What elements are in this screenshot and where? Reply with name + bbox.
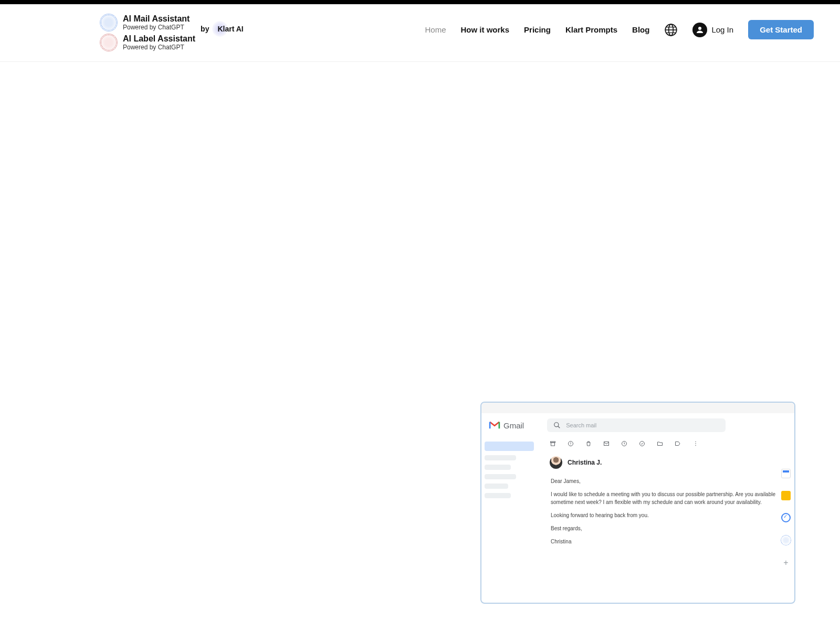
gmail-right-rail: + [781,469,791,568]
more-icon[interactable] [692,440,699,447]
sidebar-item-placeholder[interactable] [485,455,516,460]
gmail-window-bar [481,403,794,413]
login-label: Log In [711,25,733,34]
by-klart-brand[interactable]: by Klart AI [201,21,244,37]
svg-point-18 [695,445,696,446]
label-icon[interactable] [675,440,681,447]
sidebar-item-placeholder[interactable] [485,484,508,489]
mail-assistant-sub: Powered by ChatGPT [123,24,190,31]
nav-how-it-works[interactable]: How it works [461,25,510,34]
gmail-sidebar [481,437,534,601]
label-assistant-sub: Powered by ChatGPT [123,44,195,51]
site-header: AI Mail Assistant Powered by ChatGPT AI … [0,4,840,62]
sidebar-item-placeholder[interactable] [485,493,511,498]
nav-home[interactable]: Home [425,25,446,34]
label-assistant-icon [100,34,118,51]
sidebar-item-placeholder[interactable] [485,465,511,470]
gmail-m-icon [489,421,500,429]
move-icon[interactable] [657,440,663,447]
top-nav: Home How it works Pricing Klart Prompts … [425,20,814,39]
sender-name: Christina J. [568,459,602,466]
search-icon [553,422,561,429]
snooze-icon[interactable] [621,440,627,447]
logo-label-assistant[interactable]: AI Label Assistant Powered by ChatGPT [100,34,195,51]
mail-assistant-text: AI Mail Assistant Powered by ChatGPT [123,14,190,31]
gmail-main: Christina J. Dear James, I would like to… [534,437,794,601]
add-task-icon[interactable] [639,440,645,447]
nav-blog[interactable]: Blog [632,25,649,34]
mail-assistant-icon [100,14,118,32]
gmail-logo[interactable]: Gmail [489,421,524,430]
gmail-body: Christina J. Dear James, I would like to… [481,437,794,601]
svg-point-6 [554,423,559,427]
label-assistant-title: AI Label Assistant [123,34,195,44]
svg-point-15 [640,442,645,446]
svg-rect-9 [551,443,555,446]
spam-icon[interactable] [568,440,574,447]
gmail-word: Gmail [503,421,524,430]
mail-icon[interactable] [603,440,610,447]
archive-icon[interactable] [550,440,556,447]
email-signoff: Best regards, [551,524,784,532]
delete-icon[interactable] [585,440,592,447]
logo-stack: AI Mail Assistant Powered by ChatGPT AI … [100,14,195,51]
email-paragraph-1: I would like to schedule a meeting with … [551,490,784,506]
email-paragraph-2: Looking forward to hearing back from you… [551,511,784,519]
top-black-bar [0,0,840,4]
gmail-toolbar [550,440,784,447]
gmail-search-placeholder: Search mail [566,422,596,428]
gmail-mockup: Gmail Search mail [480,402,795,604]
tasks-icon[interactable] [781,513,791,522]
ai-addon-icon[interactable] [781,535,791,545]
nav-klart-prompts[interactable]: Klart Prompts [565,25,617,34]
get-started-button[interactable]: Get Started [748,20,814,39]
calendar-icon[interactable] [781,469,791,478]
svg-point-5 [698,27,701,30]
sender-row: Christina J. [550,456,784,469]
add-icon[interactable]: + [783,558,788,568]
sidebar-item-active[interactable] [485,442,534,451]
gmail-search-input[interactable]: Search mail [547,418,726,432]
svg-line-7 [558,426,560,428]
avatar-icon [692,23,707,37]
label-assistant-text: AI Label Assistant Powered by ChatGPT [123,34,195,51]
svg-point-12 [571,445,571,445]
klart-brand-text: Klart AI [217,25,243,33]
nav-pricing[interactable]: Pricing [524,25,551,34]
sender-avatar[interactable] [550,456,562,469]
gmail-header: Gmail Search mail [481,413,794,437]
login-button[interactable]: Log In [692,23,733,37]
email-greeting: Dear James, [551,477,784,485]
globe-icon[interactable] [664,23,678,37]
keep-icon[interactable] [781,491,791,500]
email-sender-name: Christina [551,538,784,545]
svg-point-16 [695,442,696,443]
sidebar-item-placeholder[interactable] [485,474,516,479]
email-body: Dear James, I would like to schedule a m… [550,477,784,545]
mail-assistant-title: AI Mail Assistant [123,14,190,24]
svg-point-17 [695,443,696,444]
by-label: by [201,25,209,33]
logo-mail-assistant[interactable]: AI Mail Assistant Powered by ChatGPT [100,14,195,32]
